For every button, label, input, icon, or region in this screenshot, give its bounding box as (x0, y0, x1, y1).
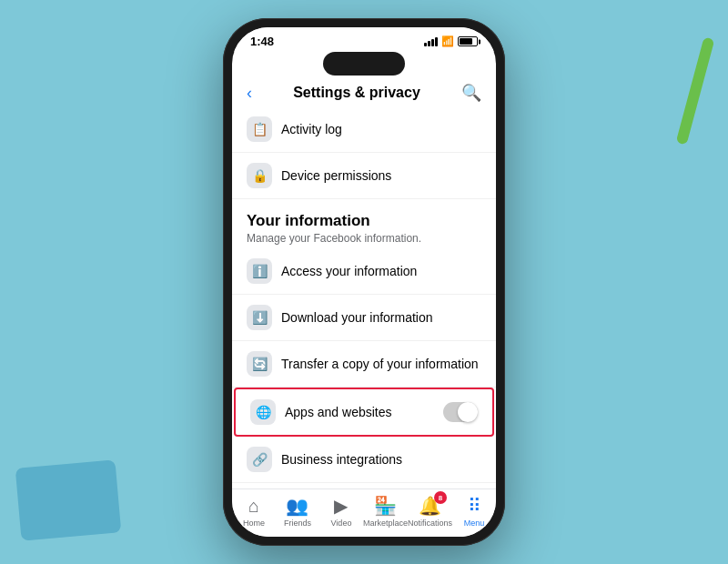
friends-label: Friends (284, 519, 311, 528)
status-bar: 1:48 📶 (232, 27, 496, 52)
back-button[interactable]: ‹ (247, 84, 252, 103)
list-item[interactable]: 🔄 Transfer a copy of your information (232, 341, 496, 388)
notifications-icon: 🔔 8 (419, 495, 441, 517)
list-item[interactable]: ⬇️ Download your information (232, 295, 496, 341)
notification-badge: 8 (434, 491, 447, 504)
bg-tablet-decoration (15, 459, 122, 540)
search-button[interactable]: 🔍 (461, 83, 481, 103)
list-item[interactable]: ℹ️ Access your information (232, 248, 496, 295)
status-icons: 📶 (424, 35, 478, 47)
marketplace-label: Marketplace (363, 519, 408, 528)
your-information-title: Your information (247, 212, 481, 230)
access-info-icon: ℹ️ (247, 258, 272, 284)
phone-screen: 1:48 📶 ‹ Settings & privacy 🔍 (232, 27, 496, 537)
list-item[interactable]: 🔒 Device permissions (232, 153, 496, 199)
nav-bar: ‹ Settings & privacy 🔍 (232, 76, 496, 106)
your-information-section: Your information Manage your Facebook in… (232, 199, 496, 248)
transfer-info-label: Transfer a copy of your information (281, 357, 479, 371)
tab-bar: ⌂ Home 👥 Friends ▶ Video 🏪 Marketplace 🔔… (232, 488, 496, 537)
tab-home[interactable]: ⌂ Home (232, 496, 276, 528)
menu-label: Menu (464, 519, 485, 528)
tab-notifications[interactable]: 🔔 8 Notifications (408, 495, 452, 528)
menu-icon: ⠿ (468, 495, 481, 517)
activity-log-icon: 📋 (247, 116, 272, 142)
tab-video[interactable]: ▶ Video (319, 495, 363, 528)
activity-log-label: Activity log (281, 122, 342, 136)
tab-marketplace[interactable]: 🏪 Marketplace (363, 495, 408, 528)
apps-websites-toggle[interactable] (443, 402, 478, 422)
list-item[interactable]: 🔗 Business integrations (232, 437, 496, 483)
list-item[interactable]: 📋 Activity log (232, 106, 496, 153)
business-integrations-icon: 🔗 (247, 447, 272, 472)
friends-icon: 👥 (286, 495, 308, 517)
dynamic-island (323, 52, 405, 76)
download-info-icon: ⬇️ (247, 305, 272, 330)
marketplace-icon: 🏪 (374, 495, 397, 517)
download-info-label: Download your information (281, 310, 433, 325)
video-icon: ▶ (334, 495, 348, 517)
page-title: Settings & privacy (293, 85, 420, 101)
business-integrations-label: Business integrations (281, 452, 402, 467)
your-information-subtitle: Manage your Facebook information. (247, 232, 481, 245)
video-label: Video (331, 519, 352, 528)
tab-friends[interactable]: 👥 Friends (276, 495, 319, 528)
apps-websites-label: Apps and websites (285, 405, 392, 419)
notifications-label: Notifications (408, 519, 452, 528)
transfer-info-icon: 🔄 (247, 351, 272, 377)
apps-and-websites-item[interactable]: 🌐 Apps and websites (234, 388, 494, 437)
bg-pen-decoration (676, 36, 715, 145)
wifi-icon: 📶 (441, 35, 454, 47)
home-label: Home (243, 519, 265, 528)
device-permissions-icon: 🔒 (247, 163, 272, 188)
signal-bars-icon (424, 37, 438, 46)
tab-menu[interactable]: ⠿ Menu (452, 495, 496, 528)
phone-shell: 1:48 📶 ‹ Settings & privacy 🔍 (223, 18, 505, 546)
apps-websites-icon: 🌐 (250, 399, 276, 425)
list-item[interactable]: 📊 Off-Facebook activity (232, 483, 496, 488)
status-time: 1:48 (250, 35, 274, 48)
home-icon: ⌂ (248, 496, 259, 517)
scroll-content[interactable]: 📋 Activity log 🔒 Device permissions Your… (232, 106, 496, 488)
access-info-label: Access your information (281, 264, 417, 278)
device-permissions-label: Device permissions (281, 168, 391, 183)
battery-icon (458, 36, 478, 46)
